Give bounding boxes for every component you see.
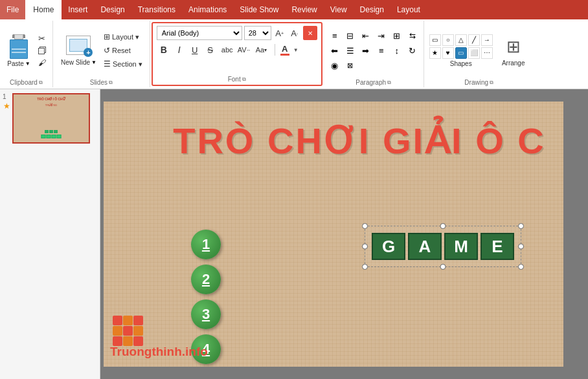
game-letters-container[interactable]: G A M E [365, 226, 521, 267]
slides-group: + New Slide ▼ ⊞ Layout ▾ ↺ Reset ☰ [53, 21, 150, 87]
font-color-button[interactable]: A [278, 43, 292, 57]
text-align-vert-button[interactable]: ⊠ [343, 59, 357, 72]
shape-more[interactable]: ⋯ [481, 47, 493, 59]
rtl-button[interactable]: ⇆ [405, 29, 420, 42]
bold-button[interactable]: B [157, 43, 171, 57]
slide-panel: 1 ★ TRÒ CHƠI Ô CHỮ TRƯỜNG [0, 89, 100, 379]
paste-dropdown-icon: ▼ [25, 61, 30, 67]
shape-star[interactable]: ★ [429, 47, 441, 59]
menu-design[interactable]: Design [94, 0, 131, 19]
slide-thumbnail[interactable]: TRÒ CHƠI Ô CHỮ TRƯỜNG [12, 93, 90, 144]
num-circle-1[interactable]: 1 [191, 230, 221, 259]
selection-handle-bc [440, 264, 446, 270]
font-case-button[interactable]: Aa▾ [255, 43, 272, 57]
drawing-expand-icon[interactable]: ⧉ [490, 80, 493, 86]
paragraph-group: ≡ ⊟ ⇤ ⇥ ⊞ ⇆ ⬅ ☰ ➡ ≡ ↕ ↻ ◉ ⊠ Par [324, 21, 424, 87]
new-slide-button[interactable]: + New Slide ▼ [58, 34, 99, 67]
menu-slideshow[interactable]: Slide Show [233, 0, 285, 19]
line-spacing-button[interactable]: ↕ [390, 44, 404, 57]
slide-title: TRÒ CHƠI GIẢI Ô C [104, 120, 563, 162]
slide-view[interactable]: TRÒ CHƠI GIẢI Ô C 1 2 3 4 [104, 102, 563, 367]
drawing-group-label: Drawing ⧉ [429, 79, 529, 87]
char-spacing-button[interactable]: AV↔ [237, 43, 254, 57]
drawing-group: ▭ ○ △ ╱ → ★ ♥ ▭ ⬜ ⋯ Shapes ⊞ Arrange [424, 21, 534, 87]
shape-callout[interactable]: ⬜ [468, 47, 480, 59]
menu-layout[interactable]: Layout [390, 0, 427, 19]
main-area: TRÒ CHƠI GIẢI Ô C 1 2 3 4 [100, 89, 588, 379]
logo-squares [113, 316, 143, 346]
font-row-2: B I U S abc AV↔ Aa▾ A ▼ [157, 43, 317, 57]
selection-handle-bl [362, 264, 368, 270]
increase-indent-button[interactable]: ⇥ [374, 29, 389, 42]
decrease-indent-button[interactable]: ⇤ [359, 29, 373, 42]
shape-tri[interactable]: △ [455, 34, 467, 46]
menu-insert[interactable]: Insert [62, 0, 94, 19]
menu-transitions[interactable]: Transitions [131, 0, 182, 19]
numbering-button[interactable]: ⊟ [343, 29, 357, 42]
app-layout: 1 ★ TRÒ CHƠI Ô CHỮ TRƯỜNG [0, 89, 588, 379]
shape-oval[interactable]: ○ [442, 34, 454, 46]
shapes-area: ▭ ○ △ ╱ → ★ ♥ ▭ ⬜ ⋯ Shapes [429, 34, 493, 67]
text-direction-button[interactable]: ↻ [405, 44, 420, 57]
number-circles: 1 2 3 4 [191, 230, 221, 364]
font-expand-icon[interactable]: ⧉ [242, 76, 246, 83]
shape-selected[interactable]: ▭ [455, 47, 467, 59]
align-left-button[interactable]: ⬅ [328, 44, 342, 57]
slides-expand-icon[interactable]: ⧉ [109, 80, 113, 86]
selection-handle-tr [518, 223, 524, 229]
menu-review[interactable]: Review [285, 0, 323, 19]
selection-handle-tl [362, 223, 368, 229]
font-color-dropdown-icon[interactable]: ▼ [293, 47, 299, 53]
slides-group-label: Slides ⧉ [58, 79, 144, 87]
shape-heart[interactable]: ♥ [442, 47, 454, 59]
shadow-button[interactable]: abc [219, 43, 236, 57]
game-letter-G: G [372, 233, 405, 260]
align-center-button[interactable]: ☰ [343, 44, 357, 57]
slide-panel-star: ★ [3, 102, 10, 111]
clear-format-button[interactable]: ✕ [303, 26, 317, 40]
menu-view[interactable]: View [324, 0, 354, 19]
font-shrink-button[interactable]: A- [288, 27, 301, 39]
reset-button[interactable]: ↺ Reset [102, 45, 144, 56]
clipboard-group-label: Clipboard ⧉ [4, 79, 49, 87]
paragraph-expand-icon[interactable]: ⧉ [387, 80, 391, 86]
font-grow-button[interactable]: A+ [273, 27, 286, 39]
paste-button[interactable]: Paste ▼ [4, 32, 34, 69]
italic-button[interactable]: I [172, 43, 187, 57]
shape-rect[interactable]: ▭ [429, 34, 441, 46]
clipboard-expand-icon[interactable]: ⧉ [39, 80, 43, 86]
copy-icon [38, 47, 47, 55]
format-painter-button[interactable]: 🖌 [36, 58, 49, 68]
cut-button[interactable]: ✂ [36, 33, 49, 44]
shape-line[interactable]: ╱ [468, 34, 480, 46]
justify-button[interactable]: ≡ [374, 44, 389, 57]
layout-button[interactable]: ⊞ Layout ▾ [102, 31, 144, 43]
font-size-select[interactable]: 28 [244, 26, 271, 40]
section-button[interactable]: ☰ Section ▾ [102, 58, 144, 70]
shapes-button[interactable]: Shapes [450, 60, 472, 67]
logo-text: Truongthinh.info [110, 345, 208, 359]
selection-handle-tc [440, 223, 446, 229]
selection-handle-mr [518, 244, 524, 250]
slide-thumb-container-1[interactable]: 1 ★ TRÒ CHƠI Ô CHỮ TRƯỜNG [3, 93, 97, 144]
menu-animations[interactable]: Animations [182, 0, 233, 19]
slide-thumb-number: 1 [3, 93, 10, 100]
menu-home[interactable]: Home [25, 0, 62, 19]
align-right-button[interactable]: ➡ [359, 44, 373, 57]
num-circle-2[interactable]: 2 [191, 265, 221, 294]
shape-arrow[interactable]: → [481, 34, 493, 46]
layout-icon: ⊞ [104, 32, 110, 41]
arrange-button[interactable]: ⊞ Arrange [498, 33, 529, 69]
bullets-button[interactable]: ≡ [328, 29, 342, 42]
paragraph-group-label: Paragraph ⧉ [328, 79, 420, 87]
num-circle-3[interactable]: 3 [191, 299, 221, 329]
menu-design2[interactable]: Design [354, 0, 390, 19]
underline-button[interactable]: U [188, 43, 202, 57]
convert-smartart-button[interactable]: ◉ [328, 59, 342, 72]
strikethrough-button[interactable]: S [203, 43, 218, 57]
clipboard-group: Paste ▼ ✂ 🖌 Cl [0, 21, 53, 87]
menu-file[interactable]: File [0, 0, 25, 19]
copy-button[interactable] [36, 46, 49, 56]
font-family-select[interactable]: Arial (Body) [157, 26, 242, 40]
columns-button[interactable]: ⊞ [390, 29, 404, 42]
